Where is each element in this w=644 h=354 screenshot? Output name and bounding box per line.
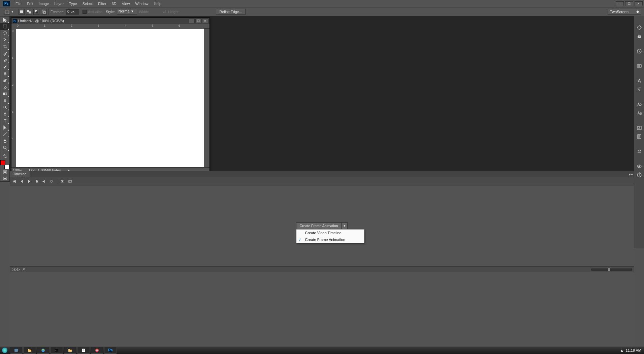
ruler-horizontal[interactable]: 0 1 2 3 4 5 6 [16, 24, 210, 29]
menu-view[interactable]: View [119, 2, 133, 6]
marquee-tool-icon[interactable] [0, 23, 9, 30]
selection-new-icon[interactable] [19, 9, 25, 15]
document-icon: Ps [13, 19, 17, 23]
move-tool-icon[interactable] [0, 16, 9, 23]
wand-tool-icon[interactable] [0, 37, 9, 43]
menu-image[interactable]: Image [36, 2, 52, 6]
brush-tool-icon[interactable] [0, 64, 9, 70]
window-close-icon[interactable]: ✕ [635, 1, 643, 6]
menu-window[interactable]: Window [132, 2, 151, 6]
menu-layer[interactable]: Layer [52, 2, 66, 6]
timeline-tab[interactable]: Timeline [10, 171, 30, 177]
brush-panel-icon[interactable] [635, 24, 643, 31]
layers-panel-icon[interactable] [635, 172, 643, 178]
eraser-tool-icon[interactable] [0, 84, 9, 91]
window-maximize-icon[interactable]: ☐ [625, 1, 633, 6]
render-icon[interactable]: ↗ [22, 267, 25, 272]
doc-minimize-icon[interactable]: ─ [189, 19, 195, 23]
navigator-panel-icon[interactable] [635, 125, 643, 131]
document-titlebar[interactable]: Ps Untitled-1 @ 100% (RGB/8) ─ ☐ ✕ [11, 18, 210, 24]
taskbar-folder-icon[interactable] [64, 347, 76, 354]
taskbar-ie-icon[interactable] [37, 347, 50, 354]
taskbar-explorer-icon[interactable] [23, 347, 36, 354]
selection-add-icon[interactable] [26, 9, 32, 15]
foreground-color-swatch[interactable] [0, 160, 5, 165]
selection-intersect-icon[interactable] [41, 9, 47, 15]
window-minimize-icon[interactable]: ─ [616, 1, 624, 6]
lasso-tool-icon[interactable] [0, 30, 9, 37]
menu-file[interactable]: File [13, 2, 24, 6]
ruler-vertical[interactable]: 0 1 2 3 4 [11, 29, 16, 167]
panel-menu-icon[interactable]: ▾≡ [628, 171, 634, 177]
taskbar-notes-icon[interactable] [77, 347, 90, 354]
character-panel-icon[interactable] [635, 77, 643, 84]
menu-filter[interactable]: Filter [95, 2, 109, 6]
play-icon[interactable] [27, 179, 32, 184]
zoom-tool-icon[interactable] [0, 144, 9, 151]
hand-tool-icon[interactable] [0, 138, 9, 144]
menu-edit[interactable]: Edit [24, 2, 36, 6]
layer-comps-panel-icon[interactable] [635, 163, 643, 170]
info-panel-icon[interactable] [635, 48, 643, 55]
step-forward-icon[interactable] [34, 179, 39, 184]
tray-flag-icon[interactable]: ▲ [620, 348, 624, 352]
create-animation-dropdown-icon[interactable]: ▼ [342, 222, 348, 229]
type-tool-icon[interactable] [0, 117, 9, 124]
dodge-tool-icon[interactable] [0, 104, 9, 111]
gradient-tool-icon[interactable] [0, 91, 9, 97]
swap-colors-icon[interactable] [0, 153, 9, 160]
crop-tool-icon[interactable] [0, 43, 9, 50]
style-select[interactable]: Normal ▾ [117, 9, 137, 15]
selection-subtract-icon[interactable] [33, 9, 39, 15]
stamp-tool-icon[interactable] [0, 70, 9, 77]
color-swatches[interactable] [0, 160, 9, 169]
go-to-first-frame-icon[interactable] [12, 179, 17, 184]
paragraph-panel-icon[interactable] [635, 86, 643, 93]
refine-edge-button[interactable]: Refine Edge... [216, 9, 246, 15]
workspace-select[interactable]: TwoScreen◆ [608, 9, 641, 15]
menu-help[interactable]: Help [151, 2, 164, 6]
histogram-panel-icon[interactable] [635, 33, 643, 40]
menu-type[interactable]: Type [66, 2, 80, 6]
create-animation-button[interactable]: Create Frame Animation [296, 222, 342, 229]
heal-tool-icon[interactable] [0, 57, 9, 64]
audio-mute-icon[interactable] [41, 179, 47, 184]
dropdown-item-video-timeline[interactable]: Create Video Timeline [296, 229, 364, 236]
shape-tool-icon[interactable] [0, 131, 9, 138]
actions-panel-icon[interactable] [635, 148, 643, 155]
eyedropper-tool-icon[interactable] [0, 50, 9, 57]
clock[interactable]: 11:19 AM [626, 348, 641, 352]
zoom-slider[interactable] [591, 269, 632, 271]
screenmode-icon[interactable] [0, 175, 9, 181]
dropdown-item-frame-animation[interactable]: ✓ Create Frame Animation [296, 236, 364, 243]
feather-input[interactable]: 0 px [66, 9, 79, 14]
loop-indicator[interactable]: ▷▷▷ [12, 267, 20, 272]
menu-3d[interactable]: 3D [109, 2, 119, 6]
pen-tool-icon[interactable] [0, 111, 9, 117]
doc-maximize-icon[interactable]: ☐ [195, 19, 201, 23]
taskbar-chrome-icon[interactable] [91, 347, 103, 354]
history-brush-tool-icon[interactable] [0, 77, 9, 84]
dropdown-arrow-icon[interactable]: ▾ [11, 9, 13, 14]
path-select-tool-icon[interactable] [0, 124, 9, 131]
taskbar-pinned-icon[interactable] [10, 347, 23, 354]
notes-panel-icon[interactable] [635, 133, 643, 140]
blur-tool-icon[interactable] [0, 97, 9, 104]
taskbar-cmd-icon[interactable] [50, 347, 63, 354]
taskbar-photoshop-icon[interactable]: Ps [104, 347, 117, 354]
doc-close-icon[interactable]: ✕ [202, 19, 208, 23]
transition-icon[interactable] [67, 179, 73, 184]
settings-icon[interactable] [49, 179, 54, 184]
step-back-icon[interactable] [19, 179, 25, 184]
split-clip-icon[interactable] [60, 179, 65, 184]
menu-select[interactable]: Select [80, 2, 96, 6]
quickmask-icon[interactable] [0, 169, 9, 175]
character-styles-panel-icon[interactable] [635, 101, 643, 108]
svg-point-12 [4, 106, 6, 108]
marquee-tool-preset-icon[interactable] [4, 9, 10, 15]
paragraph-styles-panel-icon[interactable] [635, 110, 643, 116]
svg-rect-0 [5, 10, 9, 13]
adjustments-panel-icon[interactable] [635, 63, 643, 69]
start-button[interactable] [0, 347, 9, 354]
canvas[interactable] [16, 29, 204, 167]
